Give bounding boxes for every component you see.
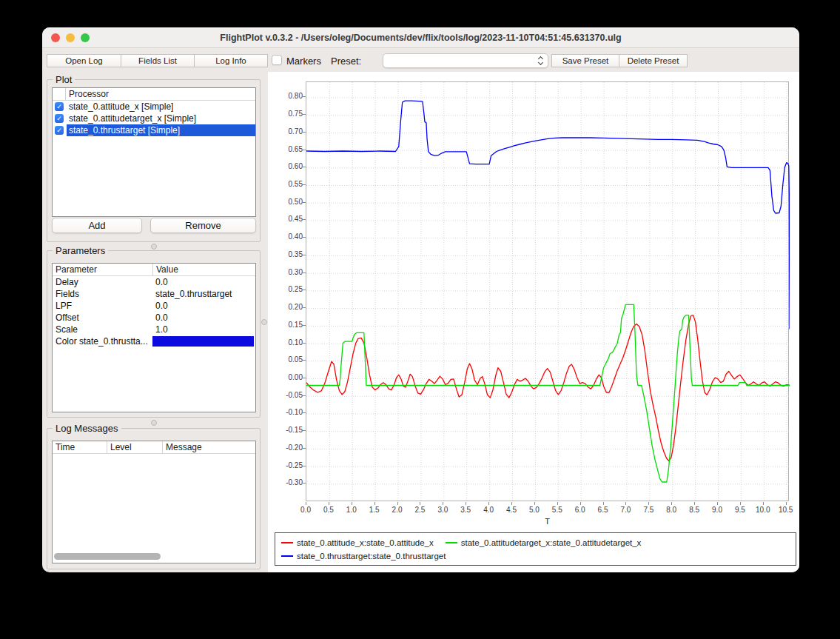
x-tick-label: 3.5 [453, 506, 478, 514]
parameter-value: 1.0 [152, 324, 255, 335]
horizontal-scrollbar-thumb[interactable] [54, 553, 161, 560]
series-line [306, 101, 790, 329]
parameters-table[interactable]: Parameter Value Delay0.0Fieldsstate_0.th… [52, 263, 256, 412]
combo-stepper-icon[interactable] [538, 56, 544, 66]
plot-group-title: Plot [53, 74, 75, 85]
title-bar[interactable]: FlightPlot v.0.3.2 - /Users/oleg/Documen… [42, 27, 799, 48]
parameter-name: Delay [53, 276, 152, 288]
y-tick-mark [303, 96, 306, 97]
log-messages-table[interactable]: Time Level Message [52, 441, 256, 563]
legend-line-swatch [281, 555, 293, 557]
zoom-button[interactable] [81, 33, 90, 42]
value-column-header: Value [152, 264, 255, 275]
y-tick-label: 0.60 [270, 162, 303, 170]
y-tick-label: 0.80 [270, 92, 303, 100]
x-tick-label: 9.5 [728, 506, 753, 514]
delete-preset-button[interactable]: Delete Preset [619, 55, 687, 67]
remove-button[interactable]: Remove [150, 218, 256, 233]
parameter-row[interactable]: Scale1.0 [53, 324, 255, 335]
plot-row[interactable]: ✓state_0.attitude_x [Simple] [53, 101, 255, 113]
row-checkbox[interactable]: ✓ [55, 114, 64, 123]
markers-checkbox[interactable] [272, 55, 282, 65]
y-tick-label: -0.10 [270, 408, 303, 416]
chart-plot-area[interactable] [306, 81, 789, 501]
preset-actions-group: Save Preset Delete Preset [551, 54, 688, 67]
minimize-button[interactable] [66, 33, 75, 42]
x-tick-mark [580, 502, 581, 505]
log-info-button[interactable]: Log Info [194, 55, 267, 67]
x-tick-mark [306, 502, 306, 505]
y-tick-mark [303, 430, 306, 431]
x-tick-label: 3.0 [430, 506, 455, 514]
plot-row[interactable]: ✓state_0.attitudetarget_x [Simple] [53, 113, 255, 124]
parameter-value: 0.0 [152, 312, 255, 324]
x-tick-mark [694, 502, 695, 505]
preset-combobox[interactable] [383, 53, 548, 68]
y-tick-mark [303, 412, 306, 413]
traffic-lights [51, 33, 90, 42]
legend-label: state_0.attitude_x:state_0.attitude_x [297, 538, 434, 547]
save-preset-button[interactable]: Save Preset [552, 55, 619, 67]
y-tick-mark [303, 219, 306, 220]
x-tick-mark [717, 502, 718, 505]
row-checkbox[interactable]: ✓ [55, 102, 64, 111]
legend-item: state_0.attitude_x:state_0.attitude_x [281, 536, 434, 549]
splitter-handle-top[interactable] [151, 244, 157, 250]
color-swatch[interactable] [152, 336, 254, 347]
chart-panel: T state_0.attitude_x:state_0.attitude_xs… [268, 72, 799, 572]
x-tick-label: 2.0 [385, 506, 410, 514]
y-tick-label: -0.25 [270, 461, 303, 469]
y-tick-mark [303, 150, 306, 150]
y-tick-mark [303, 202, 306, 203]
y-tick-mark [303, 237, 306, 238]
y-tick-label: -0.20 [270, 444, 303, 452]
preset-label: Preset: [331, 56, 361, 67]
chart-canvas [306, 82, 790, 502]
add-button[interactable]: Add [52, 218, 142, 233]
log-messages-header: Time Level Message [53, 441, 255, 454]
close-button[interactable] [51, 33, 60, 42]
x-tick-label: 8.0 [659, 506, 684, 514]
y-tick-mark [303, 466, 306, 466]
parameters-group-title: Parameters [53, 245, 108, 256]
x-tick-mark [488, 502, 489, 505]
parameter-name: Fields [53, 288, 152, 300]
message-column-header: Message [162, 441, 255, 453]
parameter-row[interactable]: Offset0.0 [53, 312, 255, 324]
processor-list[interactable]: Processor ✓state_0.attitude_x [Simple]✓s… [52, 87, 256, 217]
parameter-value: state_0.thrusttarget [152, 288, 255, 300]
x-tick-mark [443, 502, 443, 505]
parameter-row[interactable]: Delay0.0 [53, 276, 255, 288]
processor-list-header: Processor [53, 88, 255, 101]
x-tick-mark [625, 502, 626, 505]
processor-column-header: Processor [65, 88, 255, 100]
plot-row-label: state_0.thrusttarget [Simple] [67, 124, 255, 136]
parameter-row[interactable]: Color state_0.thrustta... [53, 335, 255, 347]
x-tick-label: 0.0 [293, 506, 318, 514]
splitter-handle-middle[interactable] [151, 420, 157, 426]
x-tick-mark [420, 502, 420, 505]
parameter-row[interactable]: LPF0.0 [53, 300, 255, 312]
plot-row[interactable]: ✓state_0.thrusttarget [Simple] [53, 124, 255, 136]
x-tick-label: 1.0 [339, 506, 364, 514]
open-log-button[interactable]: Open Log [47, 55, 121, 67]
row-checkbox[interactable]: ✓ [55, 126, 64, 135]
legend-line-swatch [281, 542, 293, 543]
toolbar-button-group: Open Log Fields List Log Info [47, 54, 268, 67]
processor-list-body: ✓state_0.attitude_x [Simple]✓state_0.att… [53, 101, 255, 136]
x-tick-mark [397, 502, 398, 505]
legend-item: state_0.thrusttarget:state_0.thrusttarge… [281, 549, 446, 562]
x-tick-label: 7.5 [636, 506, 661, 514]
x-tick-mark [740, 502, 741, 505]
x-tick-label: 6.5 [591, 506, 616, 514]
y-tick-mark [303, 325, 306, 326]
fields-list-button[interactable]: Fields List [121, 55, 194, 67]
plot-row-label: state_0.attitude_x [Simple] [67, 101, 255, 113]
x-tick-label: 8.5 [682, 506, 707, 514]
parameter-row[interactable]: Fieldsstate_0.thrusttarget [53, 288, 255, 300]
x-tick-mark [534, 502, 535, 505]
x-tick-label: 2.5 [407, 506, 432, 514]
y-tick-label: 0.35 [270, 250, 303, 258]
y-tick-label: 0.55 [270, 180, 303, 188]
splitter-handle-vertical[interactable] [261, 319, 267, 325]
